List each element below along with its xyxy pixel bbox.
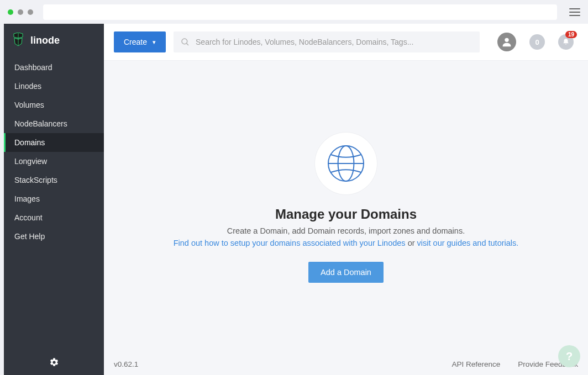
globe-icon (324, 141, 368, 186)
api-reference-link[interactable]: API Reference (452, 360, 500, 368)
sidebar-nav: Dashboard Linodes Volumes NodeBalancers … (4, 58, 104, 350)
sidebar-item-get-help[interactable]: Get Help (4, 227, 104, 246)
guides-link[interactable]: visit our guides and tutorials. (417, 239, 519, 247)
sidebar-item-volumes[interactable]: Volumes (4, 96, 104, 114)
sidebar-item-domains[interactable]: Domains (4, 133, 104, 152)
footer: v0.62.1 API Reference Provide Feedback (104, 355, 588, 375)
window-maximize-dot[interactable] (28, 9, 33, 15)
or-text: or (406, 239, 417, 247)
sidebar-footer (4, 350, 104, 375)
notification-count: 19 (565, 31, 577, 38)
sidebar-item-nodebalancers[interactable]: NodeBalancers (4, 114, 104, 133)
brand[interactable]: linode (4, 24, 104, 58)
search-wrapper[interactable] (174, 31, 480, 52)
window-minimize-dot[interactable] (18, 9, 23, 15)
sidebar-item-linodes[interactable]: Linodes (4, 77, 104, 96)
app-container: linode Dashboard Linodes Volumes NodeBal… (0, 24, 588, 375)
create-button[interactable]: Create ▾ (114, 31, 166, 52)
create-button-label: Create (124, 38, 147, 46)
sidebar-item-dashboard[interactable]: Dashboard (4, 58, 104, 77)
empty-state-subline: Create a Domain, add Domain records, imp… (174, 225, 519, 250)
sidebar-item-images[interactable]: Images (4, 189, 104, 208)
topbar: Create ▾ 0 (104, 24, 588, 61)
brand-name: linode (30, 35, 60, 46)
main: Create ▾ 0 (104, 24, 588, 375)
svg-point-3 (182, 39, 187, 44)
globe-illustration (315, 133, 377, 194)
empty-state: Manage your Domains Create a Domain, add… (104, 61, 588, 355)
linode-logo-icon (12, 33, 25, 48)
credit-badge[interactable]: 0 (529, 34, 545, 50)
add-domain-button[interactable]: Add a Domain (308, 262, 384, 283)
search-input[interactable] (196, 38, 473, 46)
search-icon (180, 37, 190, 47)
window-close-dot[interactable] (8, 9, 13, 15)
version-text: v0.62.1 (114, 360, 138, 368)
topbar-icons: 0 19 (497, 33, 574, 51)
help-fab[interactable]: ? (558, 345, 580, 367)
setup-domains-link[interactable]: Find out how to setup your domains assoc… (174, 239, 406, 247)
empty-state-headline: Manage your Domains (275, 207, 417, 222)
sidebar-item-account[interactable]: Account (4, 208, 104, 227)
window-controls (8, 9, 33, 15)
sidebar-item-longview[interactable]: Longview (4, 152, 104, 171)
gear-icon[interactable] (49, 357, 59, 367)
avatar[interactable] (497, 33, 516, 51)
browser-menu-icon[interactable] (569, 7, 580, 18)
svg-point-5 (505, 38, 508, 42)
sidebar: linode Dashboard Linodes Volumes NodeBal… (4, 24, 104, 375)
sidebar-item-stackscripts[interactable]: StackScripts (4, 171, 104, 189)
svg-line-4 (187, 44, 188, 45)
subline-text-1: Create a Domain, add Domain records, imp… (227, 226, 465, 235)
url-bar[interactable] (43, 4, 557, 20)
browser-chrome (0, 0, 588, 24)
chevron-down-icon: ▾ (153, 39, 156, 46)
notification-button[interactable]: 19 (558, 34, 574, 50)
